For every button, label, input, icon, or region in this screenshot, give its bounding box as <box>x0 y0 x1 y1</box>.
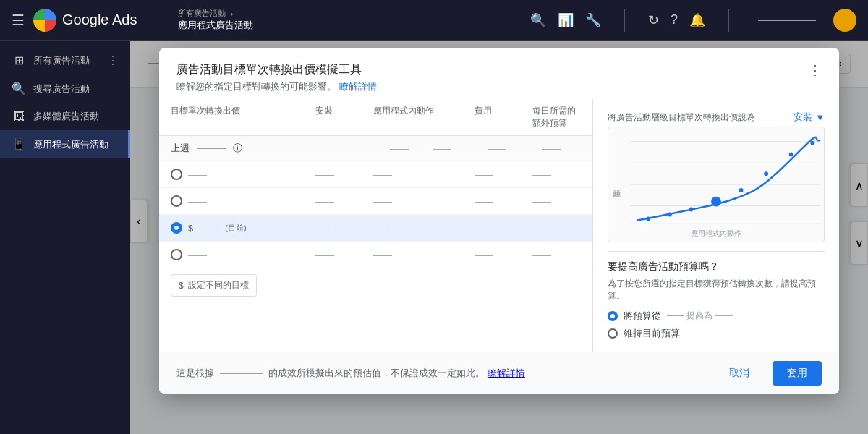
col-header-budget: 每日所需的額外預算 <box>532 105 581 129</box>
chart-header: 將廣告活動層級目標單次轉換出價設為 安裝 ▼ <box>608 111 825 124</box>
svg-point-11 <box>789 153 793 157</box>
sidebar-label-display-campaigns: 多媒體廣告活動 <box>33 110 99 123</box>
google-logo-icon <box>33 9 56 32</box>
row3-target-cell: $ —— (目前) <box>171 222 315 234</box>
sidebar-item-app-campaigns[interactable]: 📱 應用程式廣告活動 <box>0 130 130 158</box>
budget-raise-radio[interactable] <box>608 311 618 321</box>
search-button[interactable]: 🔍 <box>530 12 546 28</box>
breadcrumb: 所有廣告活動 › 應用程式廣告活動 <box>178 8 253 32</box>
table-row-current: $ —— (目前) —— —— —— —— <box>159 215 592 242</box>
modal-right-section: 將廣告活動層級目標單次轉換出價設為 安裝 ▼ 距離 <box>593 99 839 352</box>
budget-option-keep[interactable]: 維持目前預算 <box>608 327 825 340</box>
chart-type-dropdown[interactable]: 安裝 ▼ <box>793 111 825 124</box>
chart-svg <box>608 127 824 242</box>
modal-footer: 這是根據 的成效所模擬出來的預估值，不保證成效一定如此。 瞭解詳情 取消 套用 <box>159 352 839 394</box>
account-line <box>758 20 816 21</box>
help-button[interactable]: ? <box>671 12 678 27</box>
breadcrumb-parent[interactable]: 所有廣告活動 <box>178 8 226 19</box>
row4-install: —— <box>315 250 373 260</box>
svg-point-7 <box>689 208 693 212</box>
brand-name: Google Ads <box>62 12 137 28</box>
row2-cost: —— <box>475 196 532 207</box>
row4-value: —— <box>188 250 207 260</box>
row1-budget: —— <box>532 169 581 180</box>
row4-cost: —— <box>475 250 532 260</box>
last-week-dash-2: —— <box>247 143 409 154</box>
budget-keep-label: 維持目前預算 <box>624 327 680 340</box>
row3-budget: —— <box>532 223 581 234</box>
apply-button[interactable]: 套用 <box>773 361 822 386</box>
app-icon: 📱 <box>12 137 26 151</box>
chart-dropdown-arrow-icon: ▼ <box>815 112 825 123</box>
sidebar-label-search-campaigns: 搜尋廣告活動 <box>33 82 90 95</box>
col-header-inapp: 應用程式內動作 <box>373 105 475 129</box>
hamburger-menu[interactable]: ☰ <box>12 12 25 29</box>
breadcrumb-current: 應用程式廣告活動 <box>178 19 253 32</box>
settings-button[interactable]: 🔧 <box>585 12 601 28</box>
current-tag: (目前) <box>225 223 246 234</box>
modal-table-section: 目標單次轉換出價 安裝 應用程式內動作 費用 每日所需的額外預算 上週 ⓘ —— <box>159 99 593 352</box>
last-week-text: 上週 <box>171 142 190 155</box>
footer-link[interactable]: 瞭解詳情 <box>488 367 525 378</box>
table-header: 目標單次轉換出價 安裝 應用程式內動作 費用 每日所需的額外預算 <box>159 99 592 136</box>
row1-cost: —— <box>475 169 532 180</box>
bell-button[interactable]: 🔔 <box>689 12 705 28</box>
row3-radio[interactable] <box>171 222 182 234</box>
footer-note-prefix: 這是根據 <box>176 367 214 378</box>
modal-more-button[interactable]: ⋮ <box>809 62 822 78</box>
last-week-col3: —— <box>475 143 519 154</box>
nav-divider-2 <box>624 9 625 32</box>
row1-install: —— <box>315 169 373 180</box>
dollar-icon-sm: $ <box>179 281 184 291</box>
footer-dash <box>220 373 263 374</box>
display-icon: 🖼 <box>12 110 26 123</box>
chart-dropdown-label: 安裝 <box>793 111 812 124</box>
svg-point-12 <box>810 141 814 145</box>
set-diff-btn-label: 設定不同的目標 <box>188 279 249 292</box>
sidebar: ⊞ 所有廣告活動 ⋮ 🔍 搜尋廣告活動 🖼 多媒體廣告活動 📱 應用程式廣告活動 <box>0 41 130 434</box>
sidebar-label-app-campaigns: 應用程式廣告活動 <box>33 138 109 151</box>
sidebar-more-icon[interactable]: ⋮ <box>107 54 119 67</box>
nav-divider-3 <box>728 9 729 32</box>
row4-budget: —— <box>532 250 581 260</box>
last-week-col2: —— <box>413 143 471 154</box>
row1-value: —— <box>188 169 207 180</box>
sidebar-item-search-campaigns[interactable]: 🔍 搜尋廣告活動 <box>0 75 130 103</box>
row3-dollar: $ <box>188 223 193 234</box>
col-header-install: 安裝 <box>315 105 373 129</box>
row3-cost: —— <box>475 223 532 234</box>
info-icon: ⓘ <box>233 142 242 155</box>
top-navigation: ☰ Google Ads 所有廣告活動 › 應用程式廣告活動 🔍 📊 🔧 ↻ ?… <box>0 0 868 41</box>
row1-target-cell: —— <box>171 169 315 180</box>
sidebar-item-display-campaigns[interactable]: 🖼 多媒體廣告活動 <box>0 103 130 130</box>
refresh-button[interactable]: ↻ <box>648 12 659 28</box>
main-layout: ⊞ 所有廣告活動 ⋮ 🔍 搜尋廣告活動 🖼 多媒體廣告活動 📱 應用程式廣告活動… <box>0 41 868 434</box>
svg-point-9 <box>739 188 744 192</box>
row2-radio[interactable] <box>171 195 182 207</box>
row3-install: —— <box>315 223 373 234</box>
svg-point-8 <box>711 197 721 207</box>
subtitle-link[interactable]: 瞭解詳情 <box>339 81 377 92</box>
user-avatar[interactable] <box>833 9 856 32</box>
last-week-dash <box>197 148 226 149</box>
row4-target-cell: —— <box>171 249 315 260</box>
row2-value: —— <box>188 196 207 207</box>
sidebar-item-all-campaigns[interactable]: ⊞ 所有廣告活動 ⋮ <box>0 46 130 75</box>
svg-point-5 <box>646 216 650 221</box>
budget-option-raise[interactable]: 將預算從 —— 提高為 —— <box>608 310 825 323</box>
row4-radio[interactable] <box>171 249 182 260</box>
chart-button[interactable]: 📊 <box>558 12 574 28</box>
row1-radio[interactable] <box>171 169 182 180</box>
simulator-modal: 廣告活動目標單次轉換出價模擬工具 瞭解您的指定目標對轉換的可能影響。 瞭解詳情 … <box>159 48 839 394</box>
cancel-button[interactable]: 取消 <box>718 361 761 386</box>
table-row: —— —— —— —— —— <box>159 242 592 268</box>
col-header-target: 目標單次轉換出價 <box>171 105 315 129</box>
nav-divider <box>166 9 166 32</box>
table-row: —— —— —— —— —— <box>159 161 592 188</box>
last-week-label: 上週 ⓘ —— —— —— —— <box>159 136 592 161</box>
modal-title: 廣告活動目標單次轉換出價模擬工具 <box>176 62 377 77</box>
table-row: —— —— —— —— —— <box>159 188 592 215</box>
set-different-target-button[interactable]: $ 設定不同的目標 <box>171 274 257 297</box>
budget-keep-radio[interactable] <box>608 328 618 339</box>
row2-budget: —— <box>532 196 581 207</box>
